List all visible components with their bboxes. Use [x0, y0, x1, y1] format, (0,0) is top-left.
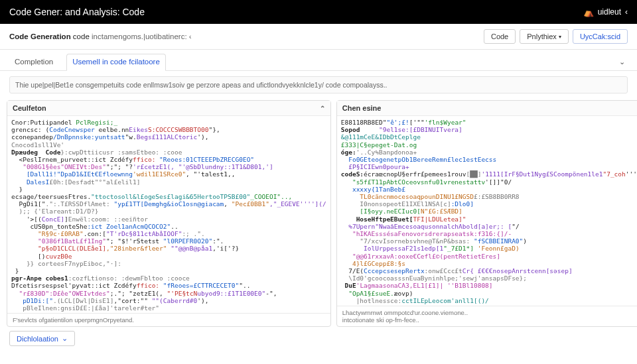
right-pane: Chen esine ⌃ E88118RB8ED""ê';£!['""'fln$… [336, 100, 637, 327]
right-code-body[interactable]: E88118RB8ED""ê';£!['""'fln$Wyear"Sopod "… [337, 116, 637, 306]
subbar: Code Generation code inctamengoms.|uotib… [0, 24, 637, 50]
breadcrumb-sub2: inctamengoms.|uotibatinerc: [92, 32, 187, 40]
dichlolaation-dropdown[interactable]: Dichlolaation ⌄ [9, 331, 75, 346]
chevron-left-icon[interactable]: ‹ [625, 7, 628, 17]
tabs: Completion Usemell in code fcilatoore ⌄ [0, 50, 637, 71]
breadcrumb-caret: ‹ [189, 32, 192, 40]
right-footer-line1: Lhactywmmwt ommpotcd'ur.coone.viemone.. [342, 309, 637, 316]
left-pane: Ceulfeton ⌃ Cnor:Putiipandel PclRegisi;_… [7, 100, 331, 327]
code-panes: Ceulfeton ⌃ Cnor:Putiipandel PclRegisi;_… [0, 97, 637, 327]
app-title: Code Gener: and Analysis: Code [9, 7, 145, 17]
breadcrumb: Code Generation code inctamengoms.|uotib… [9, 32, 192, 40]
right-pane-title: Chen esine [342, 104, 382, 112]
left-pane-header: Ceulfeton ⌃ [7, 101, 330, 116]
topbar-right: ⛺ uidleut ‹ [583, 7, 628, 17]
collapse-icon[interactable]: ⌃ [320, 105, 325, 112]
tab-completion[interactable]: Completion [9, 54, 58, 70]
brand-text: uidleut [598, 7, 621, 17]
breadcrumb-main: Code Generation [9, 32, 71, 40]
dropdown-label: Dichlolaation [17, 335, 58, 343]
chevron-down-icon: ▾ [559, 34, 561, 40]
collapse-icon[interactable]: ⌄ [616, 55, 628, 69]
pnlythiex-label: Pnlythiex [527, 32, 557, 40]
toolbar: Code Pnlythiex ▾ UycCak:scid [484, 29, 628, 44]
left-code-body[interactable]: Cnor:Putiipandel PclRegisi;_grencsc: (Co… [7, 116, 330, 313]
breadcrumb-sub1: code [73, 32, 90, 40]
tab-usemell[interactable]: Usemell in code fcilatoore [66, 54, 166, 71]
chevron-down-icon: ⌄ [62, 334, 68, 343]
left-pane-footer: F'sevlcts ofgatientilon uperpmgnOrpyetan… [7, 313, 330, 326]
title-left: Code Gener: [9, 7, 62, 17]
description-bar: Thie upe|pel|Bet1e consgempetuits code e… [9, 76, 628, 93]
right-pane-header: Chen esine ⌃ [337, 101, 637, 116]
title-mid: and Analysis: [65, 7, 120, 17]
brand-icon: ⛺ [583, 7, 594, 17]
code-button[interactable]: Code [484, 29, 516, 44]
uyccakscid-button[interactable]: UycCak:scid [573, 29, 628, 44]
pnlythiex-button[interactable]: Pnlythiex ▾ [520, 29, 569, 44]
left-pane-title: Ceulfeton [13, 104, 46, 112]
topbar: Code Gener: and Analysis: Code ⛺ uidleut… [0, 0, 637, 24]
title-right: Code [122, 7, 144, 17]
footerbar: Dichlolaation ⌄ [0, 327, 637, 350]
right-footer-line2: intcotionate ski op-fm-fece.. [342, 316, 637, 324]
right-pane-footer: Lhactywmmwt ommpotcd'ur.coone.viemone.. … [337, 306, 637, 326]
